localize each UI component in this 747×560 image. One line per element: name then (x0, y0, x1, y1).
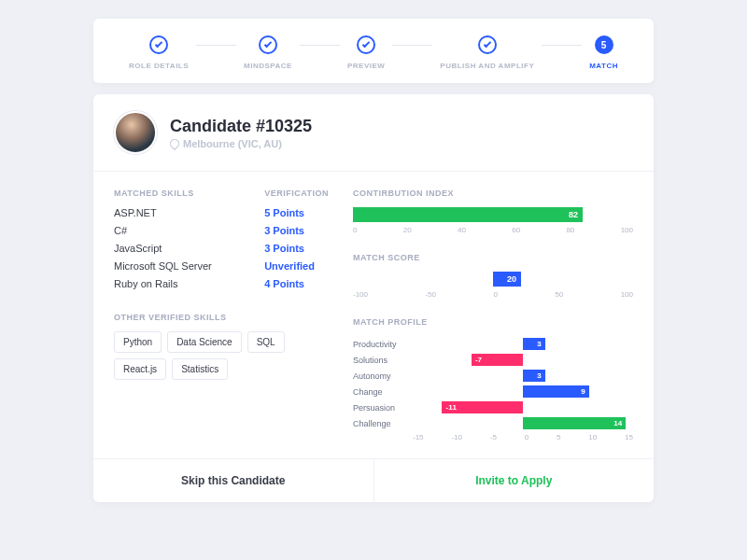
skill-name: Ruby on Rails (114, 278, 246, 289)
profile-row: Autonomy3 (353, 368, 633, 384)
axis-tick: 60 (512, 226, 520, 234)
step-number-icon: 5 (595, 35, 613, 54)
profile-bar: 9 (523, 385, 589, 398)
step-role-details[interactable]: ROLE DETAILS (121, 35, 196, 70)
step-label: MINDSPACE (244, 62, 292, 70)
profile-label: Challenge (353, 419, 413, 428)
step-mindspace[interactable]: MINDSPACE (236, 35, 300, 70)
axis-tick: 100 (621, 226, 633, 234)
axis-tick: -15 (413, 433, 424, 441)
skill-name: Microsoft SQL Server (114, 260, 246, 272)
axis-tick: -50 (425, 290, 436, 299)
candidate-header: Candidate #10325 Melbourne (VIC, AU) (93, 94, 654, 172)
contribution-title: CONTIRBUTION INDEX (353, 189, 633, 198)
skill-name: JavaScript (114, 243, 246, 254)
axis-tick: 80 (566, 226, 574, 234)
progress-stepper: ROLE DETAILSMINDSPACEPREVIEWPUBLISH AND … (93, 19, 654, 83)
axis-tick: 100 (621, 290, 633, 299)
profile-row: Solutions-7 (353, 352, 633, 368)
profile-label: Autonomy (353, 371, 413, 381)
skill-tag[interactable]: React.js (114, 358, 166, 380)
profile-row: Productivity3 (353, 336, 633, 352)
card-footer: Skip this Candidate Invite to Apply (93, 458, 654, 502)
invite-button[interactable]: Invite to Apply (374, 459, 655, 502)
match-profile-title: MATCH PROFILE (353, 317, 633, 327)
skill-verification[interactable]: 5 Points (264, 207, 329, 218)
profile-bar: -11 (442, 401, 523, 413)
other-skills-title: OTHER VERIFIED SKILLS (114, 313, 329, 322)
matched-skills-title: MATCHED SKILLS (114, 189, 246, 198)
axis-tick: 0 (525, 433, 529, 441)
profile-bar: 3 (523, 370, 545, 382)
step-label: ROLE DETAILS (129, 62, 189, 70)
contribution-bar: 82 (353, 207, 583, 222)
match-score-chart: MATCH SCORE 20 -100-50050100 (353, 253, 633, 299)
skill-tag[interactable]: Statistics (172, 358, 228, 380)
match-score-title: MATCH SCORE (353, 253, 633, 262)
skill-name: ASP.NET (114, 207, 246, 218)
candidate-location: Melbourne (VIC, AU) (170, 138, 312, 149)
axis-tick: 20 (403, 226, 412, 234)
skip-button[interactable]: Skip this Candidate (93, 459, 374, 502)
step-label: MATCH (589, 62, 618, 70)
profile-label: Solutions (353, 356, 413, 365)
axis-tick: 5 (557, 433, 560, 441)
axis-tick: 50 (555, 290, 563, 299)
skill-tag[interactable]: Data Science (167, 331, 241, 353)
profile-row: Challenge14 (353, 415, 633, 431)
profile-row: Persuasion-11 (353, 399, 633, 415)
verification-title: VERIFICATION (264, 189, 329, 198)
check-icon (478, 35, 497, 54)
check-icon (259, 35, 277, 54)
step-publish-and-amplify[interactable]: PUBLISH AND AMPLIFY (432, 35, 542, 70)
match-profile-chart: MATCH PROFILE Productivity3Solutions-7Au… (353, 317, 633, 441)
skill-verification[interactable]: 3 Points (264, 225, 329, 236)
axis-tick: 0 (493, 290, 497, 299)
contribution-chart: CONTIRBUTION INDEX 82 020406080100 (353, 189, 633, 234)
axis-tick: 0 (353, 226, 357, 234)
profile-label: Productivity (353, 340, 413, 349)
location-text: Melbourne (VIC, AU) (183, 138, 282, 149)
avatar (114, 111, 157, 154)
skill-verification[interactable]: 4 Points (264, 278, 329, 289)
skill-tag[interactable]: SQL (247, 331, 285, 353)
axis-tick: -100 (353, 290, 368, 299)
axis-tick: -10 (451, 433, 462, 441)
axis-tick: 10 (588, 433, 597, 441)
profile-label: Change (353, 387, 413, 397)
other-skills-tags: PythonData ScienceSQLReact.jsStatistics (114, 331, 329, 380)
axis-tick: -5 (490, 433, 497, 441)
skill-verification[interactable]: Unverified (264, 260, 329, 272)
skill-verification[interactable]: 3 Points (264, 243, 329, 254)
match-score-bar: 20 (493, 272, 521, 287)
step-preview[interactable]: PREVIEW (340, 35, 392, 70)
check-icon (357, 35, 375, 54)
profile-label: Persuasion (353, 403, 413, 413)
skill-name: C# (114, 225, 246, 236)
profile-bar: -7 (472, 354, 523, 366)
location-pin-icon (168, 136, 181, 149)
step-match[interactable]: 5MATCH (582, 35, 626, 70)
profile-row: Change9 (353, 384, 633, 399)
candidate-card: Candidate #10325 Melbourne (VIC, AU) MAT… (93, 94, 654, 502)
axis-tick: 15 (625, 433, 633, 441)
profile-bar: 14 (523, 417, 626, 429)
step-label: PUBLISH AND AMPLIFY (440, 62, 534, 70)
profile-bar: 3 (523, 338, 545, 350)
step-label: PREVIEW (347, 62, 385, 70)
candidate-name: Candidate #10325 (170, 117, 312, 136)
check-icon (149, 35, 168, 54)
skill-tag[interactable]: Python (114, 331, 162, 353)
axis-tick: 40 (458, 226, 466, 234)
